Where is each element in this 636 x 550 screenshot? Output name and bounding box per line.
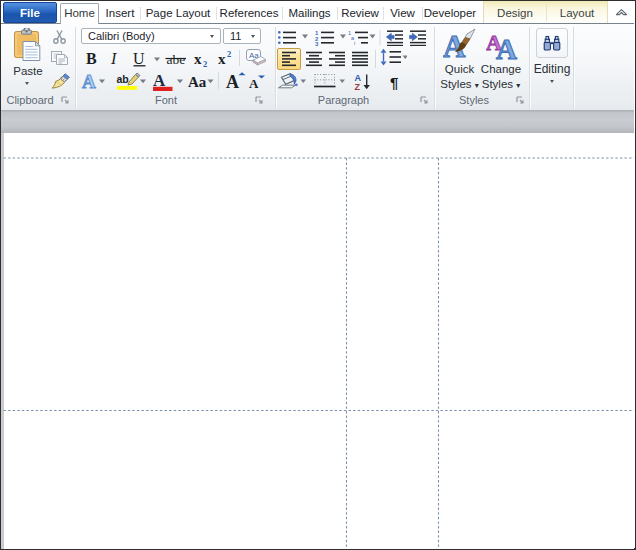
svg-text:U: U	[133, 50, 145, 67]
svg-text:Z: Z	[355, 82, 361, 92]
svg-text:Aa: Aa	[188, 74, 207, 90]
svg-text:x: x	[194, 51, 202, 67]
svg-text:x: x	[218, 51, 226, 67]
svg-text:ab: ab	[117, 73, 129, 85]
svg-text:2: 2	[227, 49, 231, 59]
svg-text:A: A	[249, 76, 259, 91]
svg-text:A: A	[226, 72, 239, 92]
svg-text:2: 2	[203, 59, 207, 69]
svg-text:I: I	[110, 50, 117, 67]
svg-text:A: A	[82, 71, 96, 92]
svg-text:B: B	[86, 50, 97, 67]
svg-text:A: A	[496, 33, 517, 60]
svg-text:i: i	[354, 40, 355, 46]
svg-text:3: 3	[315, 41, 319, 46]
svg-text:¶: ¶	[390, 74, 398, 91]
